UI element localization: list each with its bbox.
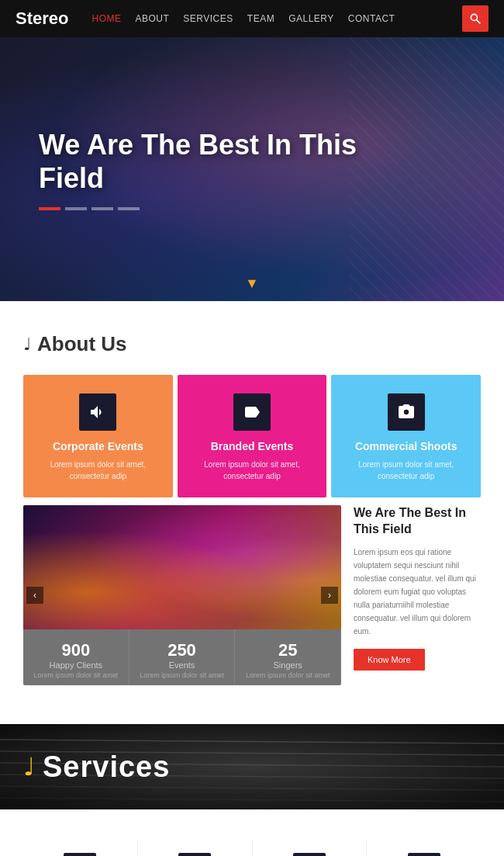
stat-singers-number: 25	[241, 640, 334, 660]
nav-contact[interactable]: CONTACT	[348, 13, 395, 24]
search-button[interactable]	[462, 5, 488, 32]
card-branded-title: Branded Events	[190, 440, 315, 452]
card-commercial-desc: Lorem ipsum dolor sit amet, consectetur …	[343, 459, 468, 482]
hero-content: We Are The Best In This Field	[0, 128, 465, 210]
services-banner-content: ♩ Services	[0, 750, 193, 784]
card-corporate-desc: Lorem ipsum dolor sit amet, consectetur …	[36, 459, 161, 482]
carousel-next-button[interactable]: ›	[321, 587, 338, 604]
stat-clients-desc: Lorem ipsum dolor sit amet	[29, 671, 123, 679]
camera-icon	[397, 403, 416, 421]
hero-dots	[39, 207, 426, 210]
card-icon-megaphone	[79, 393, 116, 431]
svg-line-6	[0, 786, 504, 790]
svg-line-7	[0, 798, 504, 802]
card-branded-events: Branded Events Lorem ipsum dolor sit ame…	[178, 375, 327, 497]
svg-line-2	[0, 740, 504, 743]
service-icon-camera2	[293, 853, 326, 856]
services-banner: ♩ Services	[0, 724, 504, 809]
svg-point-0	[471, 14, 477, 20]
card-corporate-events: Corporate Events Lorem ipsum dolor sit a…	[23, 375, 173, 497]
service-brand-events: Vestibulum vitae eget augue. Brand Event…	[138, 840, 253, 856]
nav-services[interactable]: SERVICES	[183, 13, 233, 24]
service-commercial-shoots: Vestibulum vitae eget augue. Commercial …	[253, 840, 368, 856]
nav-gallery[interactable]: GALLERY	[288, 13, 334, 24]
nav-about[interactable]: ABOUT	[135, 13, 169, 24]
stats-row: ‹ 900 Happy Clients Lorem ipsum dolor si…	[23, 629, 341, 685]
stat-clients-label: Happy Clients	[29, 660, 123, 670]
nav-team[interactable]: TEAM	[247, 13, 274, 24]
navbar: Stereo HOME ABOUT SERVICES TEAM GALLERY …	[0, 0, 504, 37]
megaphone-icon	[88, 403, 107, 421]
search-icon	[469, 12, 482, 25]
about-text-body: Lorem ipsum eos qui ratione voluptatem s…	[354, 546, 481, 638]
stat-happy-clients: 900 Happy Clients Lorem ipsum dolor sit …	[23, 629, 129, 685]
stat-events: 250 Events Lorem ipsum dolor sit amet	[129, 629, 236, 685]
card-commercial-shoots: Commercial Shoots Lorem ipsum dolor sit …	[331, 375, 481, 497]
stat-events-desc: Lorem ipsum dolor sit amet	[136, 671, 229, 679]
card-icon-tag	[233, 393, 271, 431]
about-title-bold: Us	[101, 332, 126, 355]
hero-dot-active	[39, 207, 60, 210]
know-more-button[interactable]: Know More	[354, 649, 425, 671]
hero-section: We Are The Best In This Field ▼	[0, 37, 504, 301]
stat-singers-desc: Lorem ipsum dolor sit amet	[241, 671, 334, 679]
card-icon-camera	[388, 393, 425, 431]
navbar-links: HOME ABOUT SERVICES TEAM GALLERY CONTACT	[91, 13, 462, 24]
hero-down-arrow[interactable]: ▼	[245, 276, 259, 292]
services-grid-top: Vestibulum vitae eget augue. Corporate E…	[23, 840, 481, 856]
services-section: Vestibulum vitae eget augue. Corporate E…	[0, 833, 504, 856]
card-commercial-title: Commercial Shoots	[343, 440, 468, 452]
services-music-icon: ♩	[23, 752, 35, 781]
stat-singers-label: Singers	[241, 660, 334, 670]
hero-dot-1	[65, 207, 87, 210]
cards-row: Corporate Events Lorem ipsum dolor sit a…	[23, 375, 481, 497]
nav-home[interactable]: HOME	[91, 13, 121, 24]
service-icon-chart	[178, 853, 211, 856]
about-title-pre: About	[37, 332, 95, 355]
services-banner-title: Services	[43, 750, 170, 784]
stat-singers: 25 Singers Lorem ipsum dolor sit amet	[235, 629, 341, 685]
stats-background	[23, 505, 341, 629]
service-han-parties: Vestibulum vitae eget augue. Han Parties	[367, 840, 481, 856]
carousel-prev-button[interactable]: ‹	[26, 587, 43, 604]
stats-text-row: ‹ 900 Happy Clients Lorem ipsum dolor si…	[23, 505, 481, 685]
about-section: ♩ About Us Corporate Events Lorem ipsum …	[0, 301, 504, 724]
service-corporate-events: Vestibulum vitae eget augue. Corporate E…	[23, 840, 138, 856]
stats-carousel: ‹ 900 Happy Clients Lorem ipsum dolor si…	[23, 505, 341, 685]
stat-events-number: 250	[136, 640, 229, 660]
hero-dot-3	[118, 207, 140, 210]
card-branded-desc: Lorem ipsum dolor sit amet, consectetur …	[190, 459, 315, 482]
about-text-box: We Are The Best In This Field Lorem ipsu…	[346, 505, 481, 685]
hero-dot-2	[91, 207, 113, 210]
music-note-icon: ♩	[23, 334, 31, 355]
service-icon-bookmark	[64, 853, 96, 856]
about-text-title: We Are The Best In This Field	[354, 505, 481, 538]
about-heading: ♩ About Us	[23, 332, 481, 356]
tag-icon	[243, 403, 261, 421]
crowd-visual	[23, 505, 341, 629]
service-icon-pencil	[408, 853, 440, 856]
stat-clients-number: 900	[29, 640, 123, 660]
stat-events-label: Events	[136, 660, 229, 670]
card-corporate-title: Corporate Events	[36, 440, 161, 452]
svg-line-1	[477, 20, 481, 24]
hero-title: We Are The Best In This Field	[39, 128, 426, 195]
navbar-logo: Stereo	[16, 9, 68, 29]
about-title: About Us	[37, 332, 127, 356]
